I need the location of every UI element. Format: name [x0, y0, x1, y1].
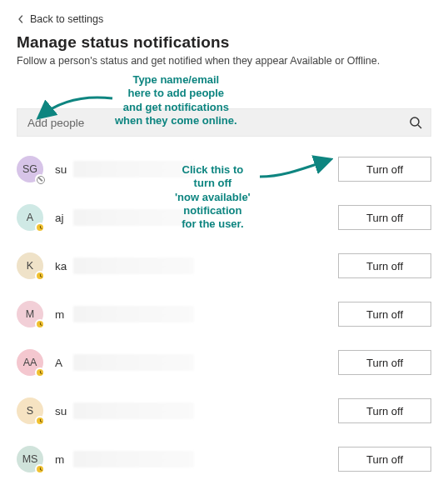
avatar: AA	[17, 349, 43, 376]
person-name-redacted	[73, 209, 194, 226]
avatar: SG	[17, 156, 43, 182]
person-name-prefix: aj	[55, 212, 68, 224]
person-row: AajTurn off	[17, 203, 431, 232]
turn-off-button[interactable]: Turn off	[338, 447, 431, 472]
person-row: SsuTurn off	[17, 397, 431, 425]
person-name-prefix: ka	[55, 260, 68, 272]
search-icon	[409, 116, 422, 129]
turn-off-button[interactable]: Turn off	[338, 205, 431, 230]
svg-line-11	[40, 421, 42, 422]
person-name-redacted	[73, 402, 194, 419]
turn-off-button[interactable]: Turn off	[338, 253, 431, 278]
turn-off-button[interactable]: Turn off	[338, 157, 431, 182]
back-to-settings-link[interactable]: Back to settings	[17, 13, 103, 25]
person-row: AAATurn off	[17, 348, 431, 377]
add-people-field[interactable]	[17, 108, 431, 137]
person-name-redacted	[73, 161, 194, 178]
person-name-prefix: su	[55, 163, 68, 176]
presence-away-icon	[35, 464, 45, 474]
presence-offline-icon	[35, 174, 45, 184]
presence-away-icon	[35, 319, 45, 329]
presence-away-icon	[35, 271, 45, 281]
avatar: K	[17, 252, 43, 279]
person-row: SGsuTurn off	[17, 155, 431, 183]
people-list: SGsuTurn offAajTurn offKkaTurn offMmTurn…	[17, 155, 431, 473]
svg-line-7	[40, 324, 42, 325]
chevron-left-icon	[17, 15, 25, 23]
svg-point-0	[411, 118, 419, 126]
person-name-redacted	[73, 306, 194, 322]
presence-away-icon	[35, 416, 45, 426]
page-title: Manage status notifications	[17, 33, 431, 52]
person-row: MSmTurn off	[17, 445, 431, 473]
presence-away-icon	[35, 368, 45, 378]
avatar: M	[17, 301, 43, 328]
turn-off-button[interactable]: Turn off	[338, 302, 431, 327]
presence-away-icon	[35, 222, 45, 232]
person-name-prefix: A	[55, 357, 68, 369]
svg-line-13	[40, 469, 42, 470]
person-name-prefix: su	[55, 405, 68, 418]
avatar: A	[17, 204, 43, 231]
turn-off-button[interactable]: Turn off	[338, 398, 431, 423]
person-name-redacted	[73, 354, 194, 371]
person-row: KkaTurn off	[17, 252, 431, 280]
back-link-label: Back to settings	[30, 13, 103, 25]
avatar: S	[17, 398, 43, 424]
turn-off-button[interactable]: Turn off	[338, 350, 431, 375]
svg-line-5	[40, 276, 42, 277]
svg-line-3	[40, 228, 42, 228]
person-name-prefix: m	[55, 453, 68, 466]
svg-line-9	[40, 372, 42, 373]
person-name-prefix: m	[55, 308, 68, 321]
person-name-redacted	[73, 451, 194, 468]
svg-line-1	[418, 125, 421, 128]
person-name-redacted	[73, 258, 194, 274]
avatar: MS	[17, 446, 43, 472]
page-subtitle: Follow a person's status and get notifie…	[17, 55, 431, 67]
person-row: MmTurn off	[17, 300, 431, 328]
add-people-input[interactable]	[26, 116, 409, 130]
